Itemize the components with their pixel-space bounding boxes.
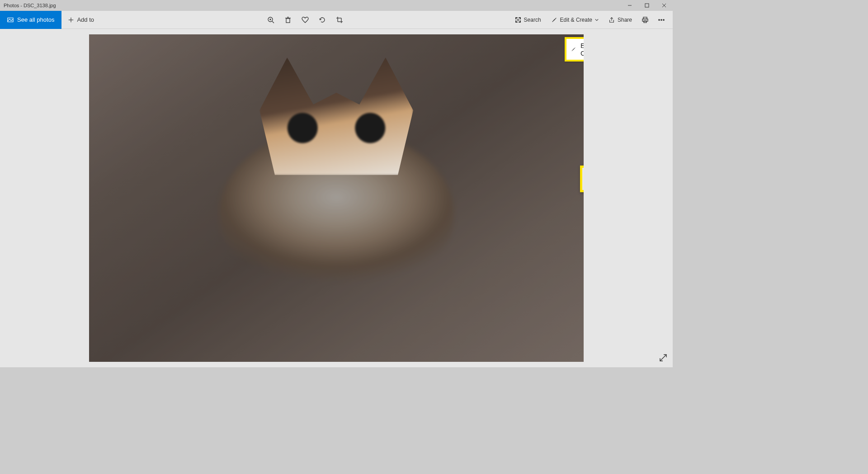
svg-rect-23	[515, 20, 516, 22]
svg-line-8	[272, 21, 274, 23]
photo-image[interactable]: Edit & Create Edit Crop, add filters, ef…	[89, 34, 584, 362]
more-button[interactable]	[654, 12, 669, 28]
expand-icon	[658, 353, 668, 363]
titlebar: Photos - DSC_3138.jpg	[0, 0, 673, 11]
svg-line-28	[553, 18, 556, 20]
center-toolbar	[263, 12, 347, 28]
svg-rect-21	[520, 17, 520, 19]
see-all-label: See all photos	[17, 16, 54, 23]
search-label: Search	[524, 17, 541, 23]
zoom-icon	[267, 16, 274, 24]
share-button[interactable]: Share	[604, 12, 637, 28]
add-to-label: Add to	[77, 16, 94, 23]
svg-rect-25	[520, 20, 520, 22]
paint3d-callout: Edit with Paint 3D Create cutouts, add s…	[580, 166, 584, 192]
add-to-button[interactable]: Add to	[61, 11, 100, 29]
close-icon	[662, 3, 666, 8]
print-icon	[642, 16, 649, 24]
edit-create-icon	[571, 45, 576, 53]
svg-point-33	[659, 19, 660, 20]
fullscreen-button[interactable]	[658, 353, 668, 363]
svg-rect-32	[644, 21, 646, 23]
search-button[interactable]: Search	[510, 12, 546, 28]
delete-button[interactable]	[280, 12, 296, 28]
heart-icon	[302, 16, 309, 24]
edit-create-highlight[interactable]: Edit & Create	[565, 37, 584, 62]
maximize-button[interactable]	[638, 0, 656, 11]
crop-button[interactable]	[332, 12, 347, 28]
rotate-button[interactable]	[315, 12, 330, 28]
edit-create-highlight-label: Edit & Create	[580, 42, 584, 57]
edit-create-icon	[551, 17, 557, 23]
photo-viewer: Edit & Create Edit Crop, add filters, ef…	[0, 29, 673, 367]
crop-icon	[336, 16, 343, 24]
edit-create-button[interactable]: Edit & Create	[547, 12, 603, 28]
svg-point-35	[663, 19, 664, 20]
window-title: Photos - DSC_3138.jpg	[4, 3, 56, 8]
svg-rect-19	[515, 17, 516, 19]
zoom-button[interactable]	[263, 12, 278, 28]
close-button[interactable]	[656, 0, 673, 11]
svg-point-26	[517, 19, 519, 21]
visual-search-icon	[515, 17, 521, 23]
favorite-button[interactable]	[297, 12, 313, 28]
svg-rect-11	[286, 19, 290, 23]
print-button[interactable]	[637, 12, 653, 28]
maximize-icon	[645, 3, 649, 8]
chevron-down-icon	[595, 18, 599, 22]
minimize-icon	[627, 3, 632, 8]
trash-icon	[284, 16, 292, 24]
share-icon	[609, 17, 615, 23]
edit-create-label: Edit & Create	[560, 17, 592, 23]
svg-point-34	[661, 19, 662, 20]
gallery-icon	[7, 17, 14, 23]
toolbar: See all photos Add to	[0, 11, 673, 29]
plus-icon	[68, 17, 74, 23]
svg-rect-1	[645, 4, 649, 7]
svg-line-37	[573, 47, 576, 50]
more-icon	[658, 16, 665, 24]
photos-app-window: Photos - DSC_3138.jpg See all photos Add…	[0, 0, 673, 367]
see-all-photos-button[interactable]: See all photos	[0, 11, 61, 29]
minimize-button[interactable]	[621, 0, 638, 11]
share-label: Share	[618, 17, 632, 23]
dim-overlay	[89, 34, 584, 362]
svg-line-49	[660, 355, 666, 361]
rotate-icon	[319, 16, 326, 24]
right-toolbar: Search Edit & Create Share	[510, 12, 669, 28]
